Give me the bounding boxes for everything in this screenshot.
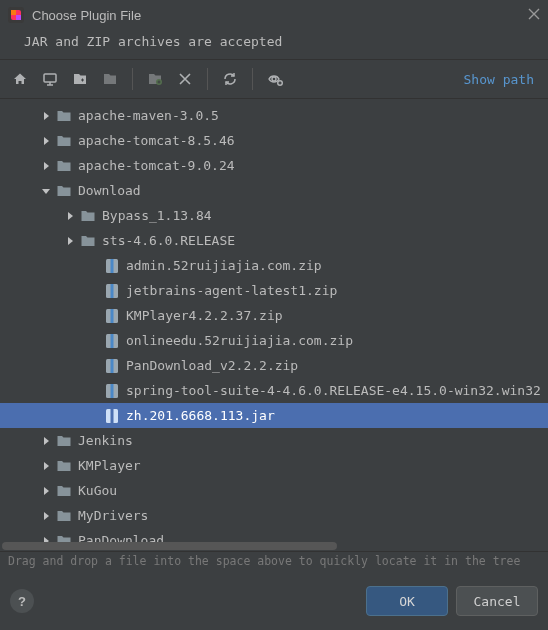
tree-item-label: jetbrains-agent-latest1.zip bbox=[126, 284, 337, 297]
tree-folder[interactable]: apache-tomcat-8.5.46 bbox=[0, 128, 548, 153]
expand-arrow-icon[interactable] bbox=[40, 437, 52, 445]
tree-item-label: zh.201.6668.113.jar bbox=[126, 409, 275, 422]
svg-rect-13 bbox=[111, 309, 114, 323]
app-icon bbox=[8, 7, 24, 23]
tree-file[interactable]: onlineedu.52ruijiajia.com.zip bbox=[0, 328, 548, 353]
tree-file[interactable]: KMPlayer4.2.2.37.zip bbox=[0, 303, 548, 328]
dialog-subtitle: JAR and ZIP archives are accepted bbox=[0, 30, 548, 59]
tree-file[interactable]: zh.201.6668.113.jar bbox=[0, 403, 548, 428]
toolbar-separator bbox=[252, 68, 253, 90]
show-hidden-icon[interactable] bbox=[263, 67, 287, 91]
tree-item-label: MyDrivers bbox=[78, 509, 148, 522]
tree-item-label: apache-maven-3.0.5 bbox=[78, 109, 219, 122]
archive-icon bbox=[104, 383, 120, 399]
expand-arrow-icon[interactable] bbox=[40, 112, 52, 120]
tree-item-label: Jenkins bbox=[78, 434, 133, 447]
toolbar-separator bbox=[132, 68, 133, 90]
tree-folder[interactable]: Jenkins bbox=[0, 428, 548, 453]
expand-arrow-icon[interactable] bbox=[40, 162, 52, 170]
svg-rect-19 bbox=[111, 384, 114, 398]
toolbar-separator bbox=[207, 68, 208, 90]
archive-icon bbox=[104, 308, 120, 324]
expand-arrow-icon[interactable] bbox=[64, 237, 76, 245]
archive-icon bbox=[104, 333, 120, 349]
tree-item-label: admin.52ruijiajia.com.zip bbox=[126, 259, 322, 272]
toolbar: Show path bbox=[0, 59, 548, 99]
tree-item-label: PanDownload_v2.2.2.zip bbox=[126, 359, 298, 372]
folder-icon bbox=[56, 508, 72, 524]
folder-icon bbox=[56, 483, 72, 499]
svg-point-6 bbox=[272, 77, 276, 81]
tree-folder[interactable]: KMPlayer bbox=[0, 453, 548, 478]
expand-arrow-icon[interactable] bbox=[64, 212, 76, 220]
expand-arrow-icon[interactable] bbox=[40, 187, 52, 195]
svg-rect-11 bbox=[111, 284, 114, 298]
tree-folder[interactable]: sts-4.6.0.RELEASE bbox=[0, 228, 548, 253]
project-icon[interactable] bbox=[68, 67, 92, 91]
refresh-icon[interactable] bbox=[218, 67, 242, 91]
tree-item-label: Bypass_1.13.84 bbox=[102, 209, 212, 222]
tree-item-label: onlineedu.52ruijiajia.com.zip bbox=[126, 334, 353, 347]
new-folder-icon[interactable] bbox=[143, 67, 167, 91]
ok-button[interactable]: OK bbox=[366, 586, 448, 616]
drop-hint: Drag and drop a file into the space abov… bbox=[0, 551, 548, 572]
expand-arrow-icon[interactable] bbox=[40, 512, 52, 520]
tree-item-label: apache-tomcat-9.0.24 bbox=[78, 159, 235, 172]
expand-arrow-icon[interactable] bbox=[40, 462, 52, 470]
tree-item-label: sts-4.6.0.RELEASE bbox=[102, 234, 235, 247]
archive-icon bbox=[104, 283, 120, 299]
expand-arrow-icon[interactable] bbox=[40, 487, 52, 495]
home-icon[interactable] bbox=[8, 67, 32, 91]
tree-file[interactable]: jetbrains-agent-latest1.zip bbox=[0, 278, 548, 303]
cancel-button[interactable]: Cancel bbox=[456, 586, 538, 616]
folder-icon bbox=[56, 433, 72, 449]
tree-folder[interactable]: MyDrivers bbox=[0, 503, 548, 528]
tree-item-label: Download bbox=[78, 184, 141, 197]
module-icon[interactable] bbox=[98, 67, 122, 91]
folder-icon bbox=[80, 208, 96, 224]
tree-folder[interactable]: Download bbox=[0, 178, 548, 203]
tree-file[interactable]: spring-tool-suite-4-4.6.0.RELEASE-e4.15.… bbox=[0, 378, 548, 403]
archive-icon bbox=[104, 408, 120, 424]
tree-folder[interactable]: apache-tomcat-9.0.24 bbox=[0, 153, 548, 178]
tree-item-label: apache-tomcat-8.5.46 bbox=[78, 134, 235, 147]
folder-icon bbox=[56, 133, 72, 149]
svg-rect-21 bbox=[111, 409, 114, 423]
show-path-link[interactable]: Show path bbox=[458, 72, 540, 87]
help-button[interactable]: ? bbox=[10, 589, 34, 613]
tree-item-label: KuGou bbox=[78, 484, 117, 497]
tree-item-label: KMPlayer bbox=[78, 459, 141, 472]
tree-item-label: spring-tool-suite-4-4.6.0.RELEASE-e4.15.… bbox=[126, 384, 541, 397]
svg-rect-9 bbox=[111, 259, 114, 273]
desktop-icon[interactable] bbox=[38, 67, 62, 91]
tree-file[interactable]: admin.52ruijiajia.com.zip bbox=[0, 253, 548, 278]
file-tree[interactable]: apache-maven-3.0.5apache-tomcat-8.5.46ap… bbox=[0, 99, 548, 551]
expand-arrow-icon[interactable] bbox=[40, 137, 52, 145]
delete-icon[interactable] bbox=[173, 67, 197, 91]
archive-icon bbox=[104, 258, 120, 274]
folder-icon bbox=[56, 108, 72, 124]
tree-item-label: KMPlayer4.2.2.37.zip bbox=[126, 309, 283, 322]
svg-rect-15 bbox=[111, 334, 114, 348]
svg-rect-2 bbox=[11, 10, 16, 15]
dialog-footer: ? OK Cancel bbox=[0, 572, 548, 630]
tree-folder[interactable]: Bypass_1.13.84 bbox=[0, 203, 548, 228]
svg-rect-3 bbox=[16, 15, 21, 20]
titlebar: Choose Plugin File bbox=[0, 0, 548, 30]
dialog-title: Choose Plugin File bbox=[32, 8, 528, 23]
horizontal-scrollbar[interactable] bbox=[0, 541, 548, 551]
tree-folder[interactable]: KuGou bbox=[0, 478, 548, 503]
folder-icon bbox=[56, 183, 72, 199]
archive-icon bbox=[104, 358, 120, 374]
tree-file[interactable]: PanDownload_v2.2.2.zip bbox=[0, 353, 548, 378]
tree-folder[interactable]: apache-maven-3.0.5 bbox=[0, 103, 548, 128]
svg-rect-4 bbox=[44, 74, 56, 82]
folder-icon bbox=[80, 233, 96, 249]
dialog-window: Choose Plugin File JAR and ZIP archives … bbox=[0, 0, 548, 630]
svg-rect-17 bbox=[111, 359, 114, 373]
folder-icon bbox=[56, 158, 72, 174]
close-icon[interactable] bbox=[528, 6, 540, 24]
folder-icon bbox=[56, 458, 72, 474]
